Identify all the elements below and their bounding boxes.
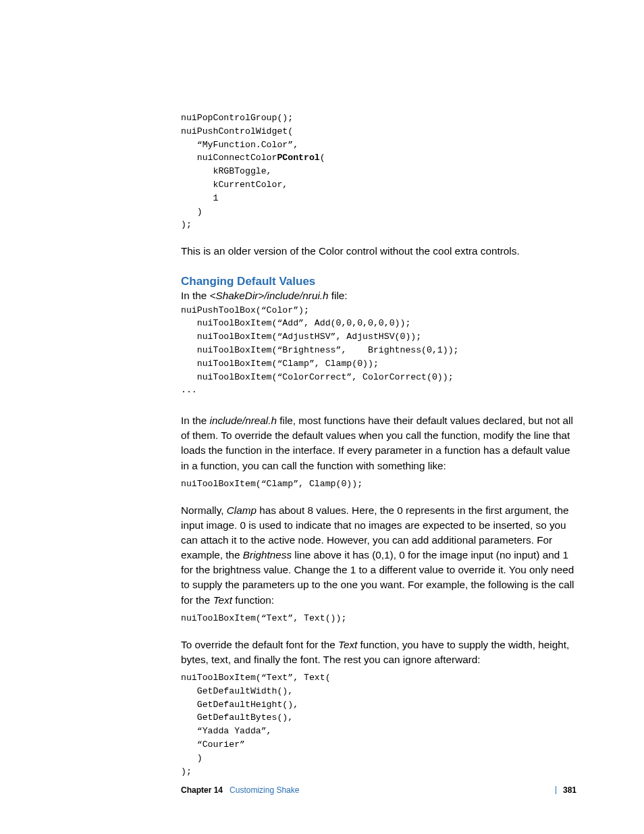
code-line: ) [181,207,203,217]
code-line: GetDefaultHeight(), [181,700,298,710]
footer-left: Chapter 14 Customizing Shake [181,785,299,795]
code-line: kRGBToggle, [181,166,272,176]
code-block-4: nuiToolBoxItem(“Text”, Text()); [181,612,576,625]
section-heading: Changing Default Values [181,275,576,288]
code-line: GetDefaultWidth(), [181,686,293,696]
code-line: nuiToolBoxItem(“Text”, Text( [181,673,331,683]
code-line: nuiToolBoxItem(“Brightness”, Brightness(… [181,345,459,355]
code-block-1: nuiPopControlGroup(); nuiPushControlWidg… [181,111,576,232]
code-line: ) [181,753,203,763]
footer-divider [556,786,556,794]
paragraph: Normally, Clamp has about 8 values. Here… [181,503,576,608]
footer-right: 381 [549,785,576,795]
code-block-2: nuiPushToolBox(“Color”); nuiToolBoxItem(… [181,304,576,398]
code-line: GetDefaultBytes(), [181,712,293,723]
code-line: nuiToolBoxItem(“ColorCorrect”, ColorCorr… [181,372,454,382]
footer-title: Customizing Shake [230,785,299,795]
code-line: nuiToolBoxItem(“Clamp”, Clamp(0)); [181,359,379,369]
code-line: “MyFunction.Color”, [181,140,298,150]
footer-page-number: 381 [563,785,576,795]
code-line: nuiConnectColorPControl( [181,153,325,163]
code-line: nuiPopControlGroup(); [181,113,293,123]
code-line: “Yadda Yadda”, [181,726,272,736]
paragraph: To override the default font for the Tex… [181,637,576,667]
code-block-3: nuiToolBoxItem(“Clamp”, Clamp(0)); [181,477,576,491]
code-line: nuiToolBoxItem(“AdjustHSV”, AdjustHSV(0)… [181,332,421,342]
code-block-5: nuiToolBoxItem(“Text”, Text( GetDefaultW… [181,671,576,778]
code-line: nuiToolBoxItem(“Add”, Add(0,0,0,0,0,0)); [181,318,410,328]
page-footer: Chapter 14 Customizing Shake 381 [181,785,576,795]
paragraph: This is an older version of the Color co… [181,244,576,259]
paragraph: In the <ShakeDir>/include/nrui.h file: [181,288,576,303]
code-line: ); [181,766,192,777]
code-line: nuiPushToolBox(“Color”); [181,305,309,315]
code-line: “Courier” [181,739,245,750]
code-line: nuiPushControlWidget( [181,126,293,136]
footer-chapter: Chapter 14 [181,785,223,795]
code-line: kCurrentColor, [181,180,288,190]
code-line: nuiToolBoxItem(“Clamp”, Clamp(0)); [181,479,363,489]
code-line: nuiToolBoxItem(“Text”, Text()); [181,613,346,623]
document-page: nuiPopControlGroup(); nuiPushControlWidg… [0,0,644,834]
code-line: ); [181,219,192,230]
paragraph: In the include/nreal.h file, most functi… [181,413,576,473]
code-line: 1 [181,193,218,203]
code-line: ... [181,385,197,395]
